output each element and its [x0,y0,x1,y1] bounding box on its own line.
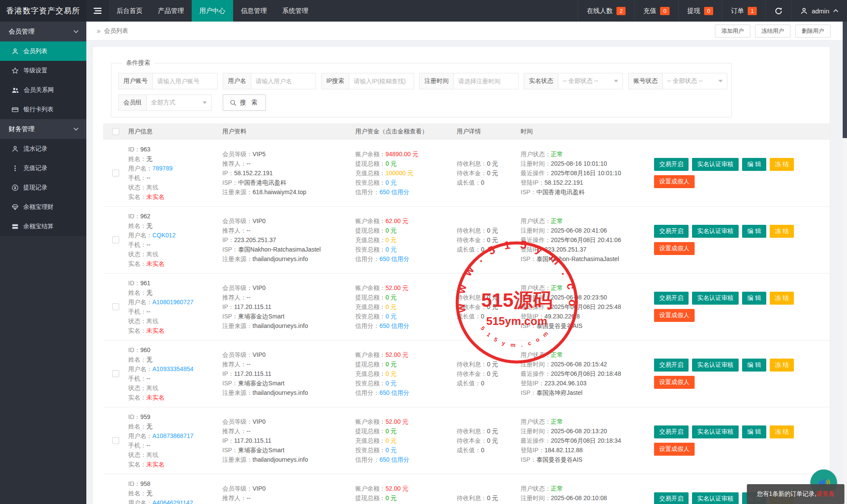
realname-review-button[interactable]: 实名认证审核 [692,225,739,238]
member-group-select[interactable]: 全部方式 [147,94,212,111]
recharge-count[interactable]: 充值 0 [634,0,678,22]
hamburger-button[interactable] [86,0,109,22]
withdraw-total[interactable]: 0 元 [386,495,397,501]
set-fake-button[interactable]: 设置成假人 [654,242,695,255]
menu-item-home[interactable]: 后台首页 [109,0,150,22]
trade-open-button[interactable]: 交易开启 [654,492,689,504]
username-link[interactable]: A10801960727 [152,299,193,306]
row-checkbox[interactable] [112,303,119,310]
withdraw-total[interactable]: 0 元 [386,428,397,435]
row-checkbox[interactable] [112,236,119,243]
balance-amount[interactable]: 62.00 元 [386,217,408,224]
withdraw-count[interactable]: 提现 0 [678,0,722,22]
toast-view-link[interactable]: 请查看 [816,490,834,498]
scrollbar-thumb[interactable] [843,22,847,138]
credit-score[interactable]: 650 信用分 [379,322,409,329]
balance-amount[interactable]: 52.00 元 [386,284,408,291]
set-fake-button[interactable]: 设置成假人 [654,309,695,322]
freeze-user-button[interactable]: 冻结用户 [755,25,790,38]
order-count[interactable]: 订单 1 [722,0,765,22]
freeze-button[interactable]: 冻 结 [770,158,794,171]
credit-score[interactable]: 650 信用分 [379,189,409,195]
withdraw-total[interactable]: 0 元 [386,361,397,368]
sidebar-item-recharge-records[interactable]: 充值记录 [0,158,86,178]
username-input[interactable] [251,73,316,89]
withdraw-total[interactable]: 0 元 [386,160,397,167]
row-checkbox[interactable] [112,170,119,176]
trade-open-button[interactable]: 交易开启 [654,292,689,305]
credit-score[interactable]: 650 信用分 [379,255,409,262]
withdraw-total[interactable]: 0 元 [386,227,397,234]
edit-button[interactable]: 编 辑 [742,292,766,305]
balance-amount[interactable]: 52.00 元 [386,418,408,425]
recharge-total[interactable]: 0 元 [386,236,397,243]
sidebar-group-finance[interactable]: 财务管理 [0,119,86,139]
invest-total[interactable]: 0 元 [386,380,397,387]
register-time-input[interactable] [454,73,518,89]
freeze-button[interactable]: 冻 结 [770,292,794,305]
admin-dropdown[interactable]: admin [791,0,847,22]
delete-user-button[interactable]: 删除用户 [795,25,831,38]
balance-amount[interactable]: 94890.00 元 [386,151,418,158]
sidebar-group-members[interactable]: 会员管理 [0,22,86,41]
balance-amount[interactable]: 52.00 元 [386,485,408,492]
invest-total[interactable]: 0 元 [386,179,397,186]
trade-open-button[interactable]: 交易开启 [654,425,689,438]
select-all-checkbox[interactable] [112,128,119,135]
recharge-total[interactable]: 0 元 [386,303,397,310]
sidebar-item-level-settings[interactable]: 等级设置 [0,61,86,80]
add-user-button[interactable]: 添加用户 [715,25,750,38]
realname-review-button[interactable]: 实名认证审核 [692,158,739,171]
menu-item-user-center[interactable]: 用户中心 [192,0,233,22]
menu-item-system[interactable]: 系统管理 [275,0,316,22]
ip-search-input[interactable] [349,73,414,89]
scrollbar-track[interactable] [843,22,847,504]
set-fake-button[interactable]: 设置成假人 [654,443,695,456]
online-count[interactable]: 在线人数 2 [578,0,634,22]
withdraw-total[interactable]: 0 元 [386,294,397,301]
edit-button[interactable]: 编 辑 [742,425,766,438]
freeze-button[interactable]: 冻 结 [770,425,794,438]
refresh-button[interactable] [765,0,791,22]
search-button[interactable]: 搜 索 [223,94,266,111]
sidebar-item-bank-cards[interactable]: 银行卡列表 [0,100,86,119]
realname-review-button[interactable]: 实名认证审核 [692,292,739,305]
invest-total[interactable]: 0 元 [386,447,397,454]
sidebar-item-member-network[interactable]: 会员关系网 [0,80,86,100]
realname-review-button[interactable]: 实名认证审核 [692,492,739,504]
realname-review-button[interactable]: 实名认证审核 [692,425,739,438]
set-fake-button[interactable]: 设置成假人 [654,175,695,188]
username-link[interactable]: 789789 [152,165,173,172]
sidebar-item-member-list[interactable]: 会员列表 [0,41,86,61]
set-fake-button[interactable]: 设置成假人 [654,376,695,389]
credit-score[interactable]: 650 信用分 [379,389,409,396]
invest-total[interactable]: 0 元 [386,313,397,320]
sidebar-item-flow-records[interactable]: 流水记录 [0,139,86,158]
recharge-total[interactable]: 0 元 [386,370,397,377]
invest-total[interactable]: 0 元 [386,246,397,253]
username-link[interactable]: A40646291142 [152,499,193,504]
username-link[interactable]: A10873868717 [152,432,193,439]
trade-open-button[interactable]: 交易开启 [654,359,689,372]
edit-button[interactable]: 编 辑 [742,359,766,372]
row-checkbox[interactable] [112,437,119,444]
realname-review-button[interactable]: 实名认证审核 [692,359,739,372]
sidebar-item-yuebao-invest[interactable]: 余额宝理财 [0,197,86,217]
account-status-select[interactable]: -- 全部状态 -- [663,73,727,89]
recharge-total[interactable]: 0 元 [386,437,397,444]
credit-score[interactable]: 650 信用分 [379,456,409,463]
username-link[interactable]: CQK012 [152,232,176,239]
balance-amount[interactable]: 52.00 元 [386,351,408,358]
edit-button[interactable]: 编 辑 [742,225,766,238]
menu-item-info[interactable]: 信息管理 [233,0,275,22]
recharge-total[interactable]: 100000 元 [386,170,414,176]
row-checkbox[interactable] [112,370,119,377]
freeze-button[interactable]: 冻 结 [770,359,794,372]
trade-open-button[interactable]: 交易开启 [654,225,689,238]
realname-status-select[interactable]: -- 全部状态 -- [558,73,623,89]
account-input[interactable] [153,73,218,89]
freeze-button[interactable]: 冻 结 [770,225,794,238]
edit-button[interactable]: 编 辑 [742,158,766,171]
sidebar-item-withdraw-records[interactable]: 提现记录 [0,178,86,197]
trade-open-button[interactable]: 交易开启 [654,158,689,171]
